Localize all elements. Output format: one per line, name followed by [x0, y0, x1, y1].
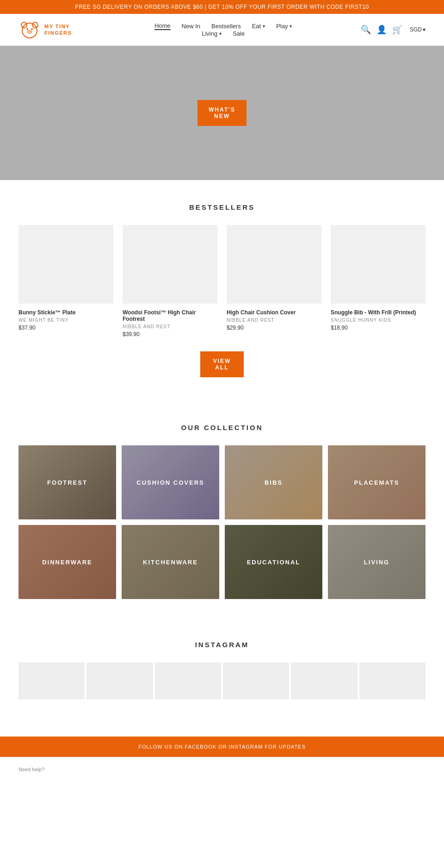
- play-chevron-icon: ▾: [290, 24, 292, 29]
- account-icon: 👤: [376, 25, 387, 34]
- living-chevron-icon: ▾: [219, 31, 222, 36]
- collection-item-footrest[interactable]: FOOTREST: [18, 445, 116, 519]
- collection-grid: FOOTREST CUSHION COVERS BIBS PLACEMATS D…: [18, 445, 426, 599]
- view-all-button[interactable]: VIEW ALL: [200, 351, 244, 377]
- cart-button[interactable]: 🛒: [392, 25, 402, 35]
- footer-social-bar: FOLLOW US ON FACEBOOK OR INSTAGRAM FOR U…: [0, 737, 444, 757]
- product-card-3[interactable]: Snuggle Bib - With Frill (Printed) SNUGG…: [331, 225, 426, 337]
- bestsellers-title: BESTSELLERS: [18, 203, 426, 211]
- collection-item-kitchenware[interactable]: KITCHENWARE: [122, 525, 219, 599]
- products-grid: Bunny Stickie™ Plate WE MIGHT BE TINY $3…: [18, 225, 426, 337]
- product-name-3: Snuggle Bib - With Frill (Printed): [331, 309, 426, 316]
- nav-item-sale[interactable]: Sale: [233, 30, 245, 37]
- collection-item-educational[interactable]: EDUCATIONAL: [225, 525, 322, 599]
- collection-item-bibs[interactable]: BIBS: [225, 445, 322, 519]
- instagram-item-4[interactable]: [223, 662, 289, 699]
- nav-item-newin[interactable]: New In: [182, 23, 200, 30]
- footer-help-text: Need help?: [18, 767, 44, 772]
- product-image-0: [18, 225, 113, 304]
- account-button[interactable]: 👤: [376, 25, 387, 35]
- product-image-1: [123, 225, 217, 304]
- collection-label-educational: EDUCATIONAL: [247, 559, 301, 566]
- bestsellers-section: BESTSELLERS Bunny Stickie™ Plate WE MIGH…: [0, 180, 444, 400]
- product-image-3: [331, 225, 426, 304]
- collection-label-bibs: BIBS: [265, 479, 283, 486]
- currency-label: SGD: [410, 26, 422, 33]
- logo-text: MY TINY FINGERS: [44, 23, 72, 37]
- instagram-item-3[interactable]: [155, 662, 221, 699]
- product-name-2: High Chair Cushion Cover: [227, 309, 321, 316]
- announcement-bar: FREE SG DELIVERY ON ORDERS ABOVE $60 | G…: [0, 0, 444, 14]
- hero-section: WHAT'S NEW: [0, 46, 444, 180]
- collection-item-cushion-covers[interactable]: CUSHION COVERS: [122, 445, 219, 519]
- logo[interactable]: MY TINY FINGERS: [18, 19, 72, 41]
- product-image-2: [227, 225, 321, 304]
- search-icon: 🔍: [361, 25, 371, 34]
- collection-item-dinnerware[interactable]: DINNERWARE: [18, 525, 116, 599]
- nav-row-2: Living ▾ Sale: [202, 30, 245, 37]
- main-nav: Home New In Bestsellers Eat ▾ Play ▾ Liv…: [72, 22, 361, 37]
- product-brand-2: NIBBLE AND REST: [227, 318, 321, 323]
- instagram-item-1[interactable]: [18, 662, 85, 699]
- cart-icon: 🛒: [392, 25, 402, 34]
- collection-label-placemats: PLACEMATS: [354, 479, 400, 486]
- nav-item-living[interactable]: Living ▾: [202, 30, 222, 37]
- header: MY TINY FINGERS Home New In Bestsellers …: [0, 14, 444, 46]
- instagram-section: INSTAGRAM: [0, 622, 444, 709]
- product-brand-0: WE MIGHT BE TINY: [18, 318, 113, 323]
- view-all-label: VIEW ALL: [213, 358, 231, 371]
- svg-point-3: [26, 28, 28, 30]
- nav-item-eat[interactable]: Eat ▾: [252, 23, 265, 30]
- product-card-2[interactable]: High Chair Cushion Cover NIBBLE AND REST…: [227, 225, 321, 337]
- announcement-text: FREE SG DELIVERY ON ORDERS ABOVE $60 | G…: [75, 4, 369, 10]
- product-brand-3: SNUGGLE HUNNY KIDS: [331, 318, 426, 323]
- nav-item-home[interactable]: Home: [154, 22, 171, 30]
- instagram-title: INSTAGRAM: [18, 641, 426, 649]
- hero-cta-label: WHAT'S NEW: [209, 106, 235, 119]
- currency-chevron-icon: ▾: [423, 26, 426, 33]
- currency-selector[interactable]: SGD ▾: [410, 26, 426, 33]
- collection-label-living: LIVING: [364, 559, 389, 566]
- svg-point-6: [29, 31, 30, 31]
- instagram-item-2[interactable]: [86, 662, 153, 699]
- instagram-grid: [18, 662, 426, 699]
- header-icons: 🔍 👤 🛒: [361, 25, 402, 35]
- collection-section: OUR COLLECTION FOOTREST CUSHION COVERS B…: [0, 400, 444, 622]
- product-brand-1: NIBBLE AND REST: [123, 324, 217, 329]
- product-price-0: $37.90: [18, 325, 113, 331]
- nav-row-1: Home New In Bestsellers Eat ▾ Play ▾: [154, 22, 292, 30]
- footer-bottom: Need help?: [0, 757, 444, 781]
- footer-social-text: FOLLOW US ON FACEBOOK OR INSTAGRAM FOR U…: [138, 744, 306, 749]
- product-card-1[interactable]: Woodsi Footsi™ High Chair Footrest NIBBL…: [123, 225, 217, 337]
- header-right: 🔍 👤 🛒 SGD ▾: [361, 25, 426, 35]
- instagram-item-6[interactable]: [359, 662, 426, 699]
- collection-item-living[interactable]: LIVING: [328, 525, 426, 599]
- collection-item-placemats[interactable]: PLACEMATS: [328, 445, 426, 519]
- collection-label-kitchenware: KITCHENWARE: [143, 559, 198, 566]
- nav-item-play[interactable]: Play ▾: [276, 23, 292, 30]
- instagram-item-5[interactable]: [291, 662, 357, 699]
- product-name-0: Bunny Stickie™ Plate: [18, 309, 113, 316]
- product-price-3: $18.90: [331, 325, 426, 331]
- collection-label-dinnerware: DINNERWARE: [42, 559, 92, 566]
- collection-label-footrest: FOOTREST: [47, 479, 87, 486]
- logo-icon: [18, 19, 41, 41]
- search-button[interactable]: 🔍: [361, 25, 371, 35]
- product-price-2: $29.90: [227, 325, 321, 331]
- svg-point-4: [31, 28, 33, 30]
- nav-item-bestsellers[interactable]: Bestsellers: [211, 23, 241, 30]
- product-card-0[interactable]: Bunny Stickie™ Plate WE MIGHT BE TINY $3…: [18, 225, 113, 337]
- product-price-1: $39.90: [123, 331, 217, 337]
- whats-new-button[interactable]: WHAT'S NEW: [197, 100, 247, 126]
- collection-title: OUR COLLECTION: [18, 424, 426, 431]
- product-name-1: Woodsi Footsi™ High Chair Footrest: [123, 309, 217, 322]
- eat-chevron-icon: ▾: [263, 24, 265, 29]
- collection-label-cushion-covers: CUSHION COVERS: [136, 479, 204, 486]
